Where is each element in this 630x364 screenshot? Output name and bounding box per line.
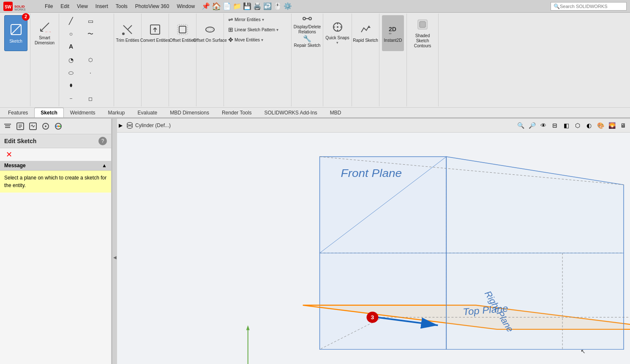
- menu-view[interactable]: View: [74, 2, 91, 11]
- tab-markup[interactable]: Markup: [102, 108, 131, 117]
- tab-mbd[interactable]: MBD: [324, 108, 348, 117]
- construction-button[interactable]: ◻: [81, 93, 100, 105]
- home-icon[interactable]: 🏠: [212, 2, 221, 11]
- open-icon[interactable]: 📁: [233, 2, 241, 10]
- quick-snaps-button[interactable]: Quick Snaps ▾: [326, 15, 349, 51]
- ribbon-toolbar: Sketch 2 ←→ Smart Dimension: [0, 13, 630, 108]
- tab-features[interactable]: Features: [2, 108, 34, 117]
- expand-icon[interactable]: ▶: [119, 122, 123, 128]
- close-button[interactable]: ✕: [4, 149, 14, 160]
- help-button[interactable]: ?: [98, 137, 107, 145]
- arc-button[interactable]: ◔: [62, 54, 80, 66]
- menu-file[interactable]: File: [41, 2, 56, 11]
- spline-button[interactable]: 〜: [81, 28, 100, 40]
- menu-insert[interactable]: Insert: [92, 2, 112, 11]
- convert-entities-button[interactable]: Convert Entities: [144, 15, 166, 51]
- tab-mbd-dimensions[interactable]: MBD Dimensions: [164, 108, 215, 117]
- rectangle-button[interactable]: ▭: [81, 15, 100, 27]
- mirror-entities-button[interactable]: ⇌ Mirror Entities ▾: [226, 15, 266, 24]
- smart-dimension-button[interactable]: ←→ Smart Dimension: [33, 15, 56, 51]
- new-icon[interactable]: 📄: [223, 2, 231, 10]
- undo-icon[interactable]: ↩️: [263, 2, 272, 10]
- viewport[interactable]: ▶ Cylinder (Def...) 🔍 🔎 👁 ⊟ ◧ ⬡ ◐ 🎨 🌄 🖥: [117, 119, 630, 364]
- scene-icon[interactable]: 🌄: [607, 120, 617, 130]
- sidebar-icon-configuration-manager[interactable]: [27, 120, 39, 132]
- centerline-button[interactable]: ╌: [62, 93, 80, 105]
- rectangle-icon: ▭: [88, 18, 93, 25]
- display-delete-relations-icon: [303, 15, 312, 24]
- title-bar-right: 🔍: [551, 2, 627, 11]
- offset-entities-button[interactable]: Offset Entities: [172, 15, 194, 51]
- sidebar-icon-display-pane[interactable]: [52, 120, 64, 132]
- rapid-sketch-group: Rapid Sketch: [352, 14, 379, 106]
- shaded-sketch-contours-label: Shaded Sketch Contours: [414, 33, 431, 49]
- shaded-sketch-contours-group: Shaded Sketch Contours: [407, 14, 439, 106]
- menu-tools[interactable]: Tools: [112, 2, 131, 11]
- menu-edit[interactable]: Edit: [57, 2, 73, 11]
- zoom-icon[interactable]: 🔎: [527, 120, 537, 130]
- sketch-button[interactable]: Sketch 2: [4, 15, 27, 51]
- line-button[interactable]: ╱: [62, 15, 80, 27]
- display-style-icon[interactable]: ⬡: [573, 120, 583, 130]
- cursor-indicator: ↖: [581, 348, 586, 355]
- svg-point-45: [57, 125, 59, 127]
- svg-point-12: [122, 33, 125, 35]
- message-header[interactable]: Message ▲: [0, 161, 111, 171]
- search-input[interactable]: [560, 4, 624, 9]
- close-section: ✕: [0, 148, 111, 161]
- collapse-handle[interactable]: ◀: [112, 119, 117, 364]
- solidworks-logo: SW SOLID WORKS: [3, 2, 37, 11]
- realview-icon[interactable]: 🖥: [618, 120, 628, 130]
- sidebar-icon-feature-manager[interactable]: [2, 120, 14, 132]
- text-icon: A: [69, 43, 73, 50]
- offset-on-surface-button[interactable]: Offset On Surface: [199, 15, 221, 51]
- linear-sketch-pattern-button[interactable]: ⊞ Linear Sketch Pattern ▾: [226, 25, 280, 34]
- sidebar-icon-property-manager[interactable]: [14, 120, 26, 132]
- slot-button[interactable]: ⬮: [62, 79, 80, 91]
- appearance-icon[interactable]: 🎨: [595, 120, 605, 130]
- tab-solidworks-addins[interactable]: SOLIDWORKS Add-Ins: [258, 108, 323, 117]
- rapid-sketch-button[interactable]: Rapid Sketch: [355, 15, 376, 51]
- tab-weldments[interactable]: Weldments: [64, 108, 102, 117]
- trim-entities-button[interactable]: Trim Entities: [117, 15, 139, 51]
- svg-text:WORKS: WORKS: [14, 8, 26, 11]
- menu-window[interactable]: Window: [173, 2, 198, 11]
- offset-entities-label: Offset Entities: [169, 38, 196, 43]
- repair-sketch-button[interactable]: 🔧 Repair Sketch: [294, 34, 320, 49]
- svg-text:⇔: ⇔: [389, 32, 392, 35]
- tab-sketch[interactable]: Sketch: [34, 108, 63, 117]
- svg-rect-32: [420, 22, 425, 27]
- search-view-icon[interactable]: 🔍: [515, 120, 526, 130]
- move-entities-button[interactable]: ✥ Move Entities ▾: [226, 35, 265, 44]
- instant2d-button[interactable]: 2D ⇔ Instant2D: [382, 15, 404, 51]
- view-cube-icon[interactable]: ◧: [561, 120, 571, 130]
- repair-sketch-icon: 🔧: [303, 35, 311, 42]
- tab-evaluate[interactable]: Evaluate: [131, 108, 164, 117]
- message-text: Select a plane on which to create a sket…: [4, 175, 106, 188]
- text-button[interactable]: A: [62, 41, 80, 52]
- shading-icon[interactable]: ◐: [584, 120, 594, 130]
- tab-render-tools[interactable]: Render Tools: [215, 108, 258, 117]
- cursor-icon[interactable]: 🖱️: [273, 2, 282, 10]
- ribbon: Sketch 2 ←→ Smart Dimension: [0, 13, 630, 119]
- offset-entities-group: Offset Entities: [169, 14, 196, 106]
- view-orientation-icon[interactable]: 👁: [538, 120, 548, 130]
- smart-dimension-group: ←→ Smart Dimension: [30, 14, 59, 106]
- circle-button[interactable]: ○: [62, 28, 80, 40]
- svg-rect-35: [5, 127, 10, 128]
- sidebar-icon-dim-xpert[interactable]: [40, 120, 52, 132]
- polygon-button[interactable]: ⬡: [81, 54, 100, 66]
- display-delete-relations-button[interactable]: Display/Delete Relations: [294, 15, 320, 34]
- pin-icon[interactable]: 📌: [202, 2, 210, 10]
- save-icon[interactable]: 💾: [243, 2, 251, 10]
- point-button[interactable]: ·: [81, 67, 100, 79]
- offset-on-surface-icon: [204, 24, 216, 37]
- shaded-sketch-contours-icon: [416, 18, 429, 33]
- section-view-icon[interactable]: ⊟: [550, 120, 560, 130]
- print-icon[interactable]: 🖨️: [253, 2, 262, 10]
- ellipse-button[interactable]: ⬭: [62, 67, 80, 79]
- shaded-sketch-contours-button[interactable]: Shaded Sketch Contours: [409, 15, 436, 51]
- search-box[interactable]: 🔍: [551, 2, 627, 11]
- options-icon[interactable]: ⚙️: [284, 2, 292, 10]
- menu-photoview[interactable]: PhotoView 360: [132, 2, 173, 11]
